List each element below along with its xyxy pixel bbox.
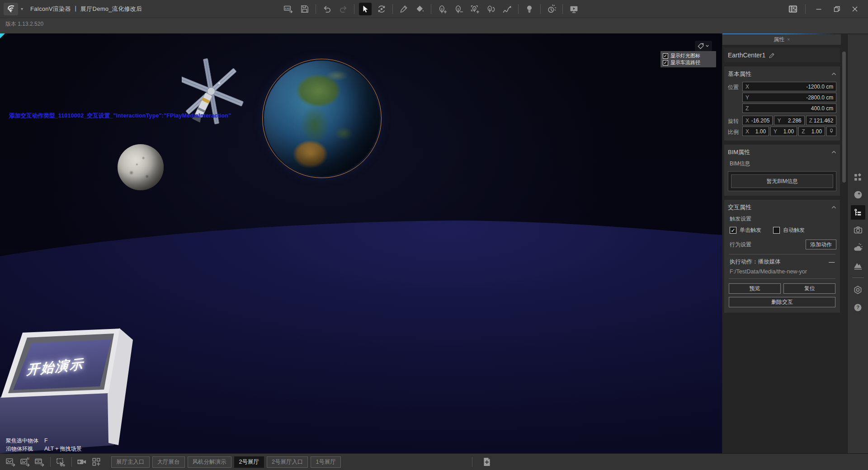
checkbox-checked[interactable] [663,53,668,59]
toolbar-separator [540,4,541,14]
scale-link-icon[interactable] [826,127,836,136]
widgets-icon[interactable] [851,170,865,184]
add-action-button[interactable]: 添加动作 [806,240,836,249]
outliner-icon[interactable] [851,205,865,220]
add-viewport-icon[interactable] [90,456,103,468]
scene-tab[interactable]: 1号展厅 [311,456,340,468]
right-side: 属性 × EarthCenter1 [722,33,868,453]
version-bar: 版本 1.13.2.520 [0,18,868,33]
export-video-icon[interactable] [33,456,46,468]
viewport-corner-marker [0,33,5,38]
spline-tool-button[interactable] [501,3,514,15]
paint-bucket-button[interactable] [414,3,426,15]
delete-interaction-button[interactable]: 删除交互 [729,297,835,307]
scrollbar-thumb[interactable] [842,52,846,183]
export-image-ai-icon[interactable]: AI [18,456,32,468]
app-menu-button[interactable] [4,3,18,15]
trigger-settings-label: 触发设置 [730,215,836,223]
scale-y-field[interactable]: Y 1.00 [770,127,797,136]
collapse-chevron-icon[interactable] [831,150,836,154]
kiosk-object[interactable] [0,326,136,453]
toolbar-separator [431,4,431,14]
rotation-z-field[interactable]: Z 121.462 [806,116,836,125]
restore-button[interactable] [830,3,844,15]
scene-tab[interactable]: 风机分解演示 [188,456,231,468]
position-z-field[interactable]: Z 400.0 cm [742,103,836,113]
bottom-separator [71,457,72,467]
foliage-select-button[interactable] [468,3,481,15]
presentation-button[interactable] [567,3,580,15]
weather-icon[interactable] [851,240,865,255]
section-title: 基本属性 [728,70,751,78]
crop-screenshot-icon[interactable] [54,456,67,468]
rotation-x-field[interactable]: X -16.205 [742,116,773,125]
transform-gizmo-button[interactable] [375,3,388,15]
settings-icon[interactable] [851,282,865,297]
publish-exe-button[interactable]: EXE [282,3,295,15]
scale-z-field[interactable]: Z 1.00 [798,127,825,136]
eyedropper-button[interactable] [397,3,410,15]
viewport-3d[interactable]: 添加交互动作类型_11010002_交互设置_"InteractionType"… [0,33,722,453]
scene-tab[interactable]: 大厅展台 [152,456,185,468]
moon-object[interactable] [118,144,164,190]
collapse-chevron-icon[interactable] [831,206,836,209]
help-icon[interactable]: ? [851,300,865,315]
divider [729,254,835,254]
section-title: BIM属性 [728,148,750,156]
properties-panel: 属性 × EarthCenter1 [722,34,841,453]
position-label: 位置 [728,82,742,91]
hint-shortcut: ALT + 拖拽场景 [44,445,82,453]
foliage-remove-button[interactable] [452,3,465,15]
click-trigger-checkbox[interactable] [730,227,736,234]
toolbar-separator [805,4,806,14]
behavior-settings-label: 行为设置 [730,241,751,249]
camera-icon[interactable] [851,223,865,237]
light-button[interactable] [523,3,536,15]
terrain-icon[interactable] [851,258,865,273]
divider [729,278,835,279]
add-camera-icon[interactable] [75,456,89,468]
earth-object[interactable] [264,61,380,176]
tab-close-icon[interactable]: × [787,37,790,42]
satellite-object[interactable] [182,57,247,152]
layout-grid-button[interactable] [786,3,800,15]
collapse-action-button[interactable]: — [829,258,835,265]
export-image-icon[interactable] [4,456,17,468]
position-x-field[interactable]: X -1200.0 cm [742,82,836,91]
bim-info-box: 暂无BIM信息 [728,171,836,191]
rename-pencil-icon[interactable] [769,52,775,58]
properties-tab[interactable]: 属性 × [722,34,841,45]
scene-tab-active[interactable]: 2号展厅 [234,456,264,468]
scale-x-field[interactable]: X 1.00 [742,127,769,136]
option-label: 显示灯光图标 [670,52,700,59]
action-row-label: 执行动作：播放媒体 [730,258,781,266]
redo-button[interactable] [337,3,349,15]
option-show-light-icons[interactable]: 显示灯光图标 [660,52,716,59]
rotation-y-field[interactable]: Y 2.286 [774,116,804,125]
foliage-paint-button[interactable] [485,3,497,15]
time-of-day-button[interactable] [545,3,558,15]
display-options-button[interactable] [695,41,712,51]
position-y-field[interactable]: Y -2800.0 cm [742,93,836,102]
app-menu-chevron-icon[interactable]: ▾ [21,6,23,11]
auto-trigger-checkbox[interactable] [773,227,780,234]
option-show-traffic-paths[interactable]: 显示车流路径 [660,59,716,66]
reset-button[interactable]: 复位 [783,283,835,294]
scene-tab[interactable]: 2号展厅入口 [267,456,308,468]
checkbox-checked[interactable] [663,60,668,66]
select-tool-button[interactable] [359,3,372,15]
toolbar-separator [518,4,519,14]
close-button[interactable] [848,3,862,15]
section-basic-properties: 基本属性 位置 X -1200.0 cm [724,66,840,141]
preview-button[interactable]: 预览 [729,283,781,294]
save-button[interactable] [298,3,311,15]
collapse-chevron-icon[interactable] [831,72,836,76]
minimize-button[interactable] [812,3,826,15]
scene-tab[interactable]: 展厅主入口 [111,456,150,468]
foliage-add-button[interactable] [436,3,448,15]
undo-button[interactable] [321,3,333,15]
environment-sphere-icon[interactable] [851,188,865,202]
panel-scrollbar[interactable] [841,34,847,453]
chevron-down-icon [705,44,709,48]
add-scene-button[interactable] [480,456,494,468]
